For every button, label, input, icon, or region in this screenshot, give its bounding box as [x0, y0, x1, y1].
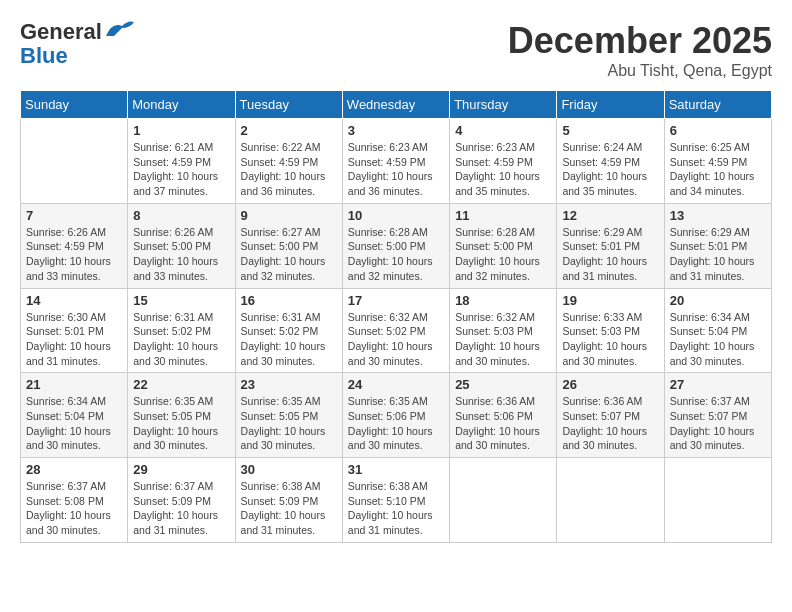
day-number: 15: [133, 293, 229, 308]
day-number: 10: [348, 208, 444, 223]
calendar-cell: 11Sunrise: 6:28 AM Sunset: 5:00 PM Dayli…: [450, 203, 557, 288]
calendar-cell: 5Sunrise: 6:24 AM Sunset: 4:59 PM Daylig…: [557, 119, 664, 204]
day-number: 27: [670, 377, 766, 392]
weekday-header-thursday: Thursday: [450, 91, 557, 119]
day-info: Sunrise: 6:37 AM Sunset: 5:08 PM Dayligh…: [26, 479, 122, 538]
day-number: 22: [133, 377, 229, 392]
weekday-header-saturday: Saturday: [664, 91, 771, 119]
calendar-cell: 10Sunrise: 6:28 AM Sunset: 5:00 PM Dayli…: [342, 203, 449, 288]
calendar-cell: 15Sunrise: 6:31 AM Sunset: 5:02 PM Dayli…: [128, 288, 235, 373]
calendar-cell: 29Sunrise: 6:37 AM Sunset: 5:09 PM Dayli…: [128, 458, 235, 543]
calendar-cell: 14Sunrise: 6:30 AM Sunset: 5:01 PM Dayli…: [21, 288, 128, 373]
day-number: 8: [133, 208, 229, 223]
weekday-header-row: SundayMondayTuesdayWednesdayThursdayFrid…: [21, 91, 772, 119]
calendar-cell: 28Sunrise: 6:37 AM Sunset: 5:08 PM Dayli…: [21, 458, 128, 543]
week-row-4: 21Sunrise: 6:34 AM Sunset: 5:04 PM Dayli…: [21, 373, 772, 458]
calendar-cell: 22Sunrise: 6:35 AM Sunset: 5:05 PM Dayli…: [128, 373, 235, 458]
calendar-cell: 17Sunrise: 6:32 AM Sunset: 5:02 PM Dayli…: [342, 288, 449, 373]
day-number: 1: [133, 123, 229, 138]
day-info: Sunrise: 6:28 AM Sunset: 5:00 PM Dayligh…: [348, 225, 444, 284]
day-number: 28: [26, 462, 122, 477]
title-section: December 2025 Abu Tisht, Qena, Egypt: [508, 20, 772, 80]
day-number: 26: [562, 377, 658, 392]
week-row-5: 28Sunrise: 6:37 AM Sunset: 5:08 PM Dayli…: [21, 458, 772, 543]
month-title: December 2025: [508, 20, 772, 62]
day-info: Sunrise: 6:23 AM Sunset: 4:59 PM Dayligh…: [455, 140, 551, 199]
day-info: Sunrise: 6:35 AM Sunset: 5:05 PM Dayligh…: [241, 394, 337, 453]
day-info: Sunrise: 6:30 AM Sunset: 5:01 PM Dayligh…: [26, 310, 122, 369]
day-number: 23: [241, 377, 337, 392]
calendar-cell: [450, 458, 557, 543]
day-info: Sunrise: 6:26 AM Sunset: 4:59 PM Dayligh…: [26, 225, 122, 284]
day-info: Sunrise: 6:34 AM Sunset: 5:04 PM Dayligh…: [26, 394, 122, 453]
week-row-1: 1Sunrise: 6:21 AM Sunset: 4:59 PM Daylig…: [21, 119, 772, 204]
weekday-header-sunday: Sunday: [21, 91, 128, 119]
logo-bird-icon: [104, 18, 136, 40]
day-info: Sunrise: 6:38 AM Sunset: 5:10 PM Dayligh…: [348, 479, 444, 538]
day-number: 13: [670, 208, 766, 223]
day-number: 4: [455, 123, 551, 138]
day-number: 19: [562, 293, 658, 308]
week-row-2: 7Sunrise: 6:26 AM Sunset: 4:59 PM Daylig…: [21, 203, 772, 288]
day-number: 9: [241, 208, 337, 223]
day-info: Sunrise: 6:36 AM Sunset: 5:07 PM Dayligh…: [562, 394, 658, 453]
calendar-cell: 6Sunrise: 6:25 AM Sunset: 4:59 PM Daylig…: [664, 119, 771, 204]
calendar-cell: 25Sunrise: 6:36 AM Sunset: 5:06 PM Dayli…: [450, 373, 557, 458]
calendar-table: SundayMondayTuesdayWednesdayThursdayFrid…: [20, 90, 772, 543]
week-row-3: 14Sunrise: 6:30 AM Sunset: 5:01 PM Dayli…: [21, 288, 772, 373]
calendar-cell: 2Sunrise: 6:22 AM Sunset: 4:59 PM Daylig…: [235, 119, 342, 204]
day-info: Sunrise: 6:24 AM Sunset: 4:59 PM Dayligh…: [562, 140, 658, 199]
logo-blue: Blue: [20, 43, 68, 68]
day-number: 2: [241, 123, 337, 138]
calendar-cell: 8Sunrise: 6:26 AM Sunset: 5:00 PM Daylig…: [128, 203, 235, 288]
calendar-cell: 30Sunrise: 6:38 AM Sunset: 5:09 PM Dayli…: [235, 458, 342, 543]
calendar-cell: 1Sunrise: 6:21 AM Sunset: 4:59 PM Daylig…: [128, 119, 235, 204]
day-info: Sunrise: 6:33 AM Sunset: 5:03 PM Dayligh…: [562, 310, 658, 369]
day-info: Sunrise: 6:23 AM Sunset: 4:59 PM Dayligh…: [348, 140, 444, 199]
calendar-cell: [21, 119, 128, 204]
day-info: Sunrise: 6:22 AM Sunset: 4:59 PM Dayligh…: [241, 140, 337, 199]
day-number: 30: [241, 462, 337, 477]
day-number: 21: [26, 377, 122, 392]
day-number: 6: [670, 123, 766, 138]
day-number: 17: [348, 293, 444, 308]
calendar-cell: 7Sunrise: 6:26 AM Sunset: 4:59 PM Daylig…: [21, 203, 128, 288]
calendar-cell: [557, 458, 664, 543]
day-number: 14: [26, 293, 122, 308]
calendar-cell: 21Sunrise: 6:34 AM Sunset: 5:04 PM Dayli…: [21, 373, 128, 458]
calendar-cell: 9Sunrise: 6:27 AM Sunset: 5:00 PM Daylig…: [235, 203, 342, 288]
calendar-cell: 24Sunrise: 6:35 AM Sunset: 5:06 PM Dayli…: [342, 373, 449, 458]
weekday-header-monday: Monday: [128, 91, 235, 119]
day-info: Sunrise: 6:38 AM Sunset: 5:09 PM Dayligh…: [241, 479, 337, 538]
day-info: Sunrise: 6:28 AM Sunset: 5:00 PM Dayligh…: [455, 225, 551, 284]
day-info: Sunrise: 6:29 AM Sunset: 5:01 PM Dayligh…: [562, 225, 658, 284]
calendar-cell: 26Sunrise: 6:36 AM Sunset: 5:07 PM Dayli…: [557, 373, 664, 458]
calendar-cell: 12Sunrise: 6:29 AM Sunset: 5:01 PM Dayli…: [557, 203, 664, 288]
day-number: 11: [455, 208, 551, 223]
weekday-header-wednesday: Wednesday: [342, 91, 449, 119]
logo: General Blue: [20, 20, 136, 68]
day-info: Sunrise: 6:26 AM Sunset: 5:00 PM Dayligh…: [133, 225, 229, 284]
day-info: Sunrise: 6:37 AM Sunset: 5:07 PM Dayligh…: [670, 394, 766, 453]
day-number: 3: [348, 123, 444, 138]
day-info: Sunrise: 6:31 AM Sunset: 5:02 PM Dayligh…: [241, 310, 337, 369]
calendar-cell: 27Sunrise: 6:37 AM Sunset: 5:07 PM Dayli…: [664, 373, 771, 458]
calendar-cell: 31Sunrise: 6:38 AM Sunset: 5:10 PM Dayli…: [342, 458, 449, 543]
day-info: Sunrise: 6:21 AM Sunset: 4:59 PM Dayligh…: [133, 140, 229, 199]
calendar-cell: 20Sunrise: 6:34 AM Sunset: 5:04 PM Dayli…: [664, 288, 771, 373]
day-info: Sunrise: 6:35 AM Sunset: 5:05 PM Dayligh…: [133, 394, 229, 453]
day-info: Sunrise: 6:36 AM Sunset: 5:06 PM Dayligh…: [455, 394, 551, 453]
location-subtitle: Abu Tisht, Qena, Egypt: [508, 62, 772, 80]
day-number: 16: [241, 293, 337, 308]
calendar-cell: [664, 458, 771, 543]
day-number: 20: [670, 293, 766, 308]
day-info: Sunrise: 6:25 AM Sunset: 4:59 PM Dayligh…: [670, 140, 766, 199]
day-number: 31: [348, 462, 444, 477]
day-number: 29: [133, 462, 229, 477]
weekday-header-tuesday: Tuesday: [235, 91, 342, 119]
calendar-cell: 16Sunrise: 6:31 AM Sunset: 5:02 PM Dayli…: [235, 288, 342, 373]
day-number: 12: [562, 208, 658, 223]
weekday-header-friday: Friday: [557, 91, 664, 119]
calendar-cell: 4Sunrise: 6:23 AM Sunset: 4:59 PM Daylig…: [450, 119, 557, 204]
day-number: 7: [26, 208, 122, 223]
